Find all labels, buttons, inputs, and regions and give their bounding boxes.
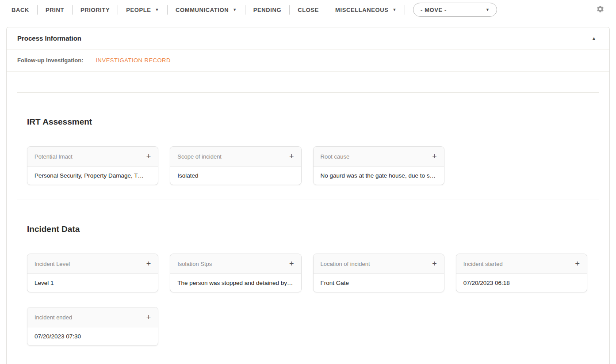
communication-label: COMMUNICATION	[176, 7, 229, 13]
chevron-down-icon: ▼	[155, 8, 160, 12]
card-value: 07/20/2023 06:18	[463, 280, 510, 286]
potential-impact-card: Potential Imact + Personal Security, Pro…	[27, 146, 158, 185]
irt-assessment-cards: Potential Imact + Personal Security, Pro…	[27, 146, 587, 185]
gear-icon	[596, 5, 605, 15]
followup-investigation-row: Follow-up Investigation: INVESTIGATION R…	[7, 49, 609, 72]
toolbar-separator	[37, 5, 38, 15]
card-value: 07/20/2023 07:30	[34, 333, 81, 340]
card-value: The person was stopped and detained by …	[177, 280, 294, 286]
card-label: Potential Imact	[34, 153, 73, 160]
card-body: The person was stopped and detained by …	[170, 274, 301, 292]
card-value: Isolated	[177, 172, 198, 179]
priority-label: PRIORITY	[80, 7, 110, 13]
card-body: Isolated	[170, 167, 301, 185]
miscellaneous-label: MISCELLANEOUS	[335, 7, 388, 13]
toolbar-separator	[72, 5, 73, 15]
back-button[interactable]: BACK	[11, 7, 29, 13]
close-label: CLOSE	[298, 7, 319, 13]
card-value: Front Gate	[321, 280, 349, 286]
scope-of-incident-card: Scope of incident + Isolated	[170, 146, 301, 185]
add-icon[interactable]: +	[432, 260, 437, 268]
card-header: Incident Level +	[27, 254, 158, 274]
chevron-down-icon: ▼	[486, 8, 490, 12]
card-label: Scope of incident	[177, 153, 222, 160]
card-header: Incident started +	[456, 254, 587, 274]
location-of-incident-card: Location of incident + Front Gate	[313, 254, 444, 292]
card-label: Isolation Stps	[177, 261, 212, 267]
card-body: Personal Security, Property Damage, T…	[27, 167, 158, 185]
print-button[interactable]: PRINT	[46, 7, 64, 13]
card-header: Scope of incident +	[170, 147, 301, 167]
add-icon[interactable]: +	[146, 152, 151, 160]
chevron-down-icon: ▼	[392, 8, 397, 12]
collapse-panel-button[interactable]: ▲	[592, 36, 596, 41]
card-value: Personal Security, Property Damage, T…	[34, 172, 144, 179]
move-select[interactable]: - MOVE - ▼	[413, 3, 497, 17]
card-header: Location of incident +	[314, 254, 444, 274]
add-icon[interactable]: +	[432, 152, 437, 160]
card-value: Level 1	[34, 280, 54, 286]
card-body: 07/20/2023 06:18	[456, 274, 587, 292]
chevron-up-icon: ▲	[592, 36, 596, 41]
card-label: Root cause	[321, 153, 350, 160]
action-toolbar: BACK PRINT PRIORITY PEOPLE ▼ COMMUNICATI…	[0, 0, 616, 19]
toolbar-separator	[327, 5, 327, 15]
card-body: Level 1	[27, 274, 158, 292]
priority-button[interactable]: PRIORITY	[80, 7, 110, 13]
card-label: Incident Level	[34, 261, 70, 267]
toolbar-separator	[405, 5, 405, 15]
incident-data-cards: Incident Level + Level 1 Isolation Stps …	[27, 254, 587, 292]
back-label: BACK	[11, 7, 29, 13]
empty-field-row	[17, 82, 599, 93]
card-label: Incident started	[463, 261, 503, 267]
add-icon[interactable]: +	[289, 260, 294, 268]
incident-started-card: Incident started + 07/20/2023 06:18	[456, 254, 587, 292]
isolation-steps-card: Isolation Stps + The person was stopped …	[170, 254, 301, 292]
card-label: Location of incident	[321, 261, 370, 267]
chevron-down-icon: ▼	[233, 8, 237, 12]
settings-button[interactable]	[596, 5, 605, 15]
section-divider	[17, 200, 599, 200]
move-select-value: - MOVE -	[421, 7, 447, 13]
miscellaneous-menu-button[interactable]: MISCELLANEOUS ▼	[335, 7, 397, 13]
close-button[interactable]: CLOSE	[298, 7, 319, 13]
incident-ended-card: Incident ended + 07/20/2023 07:30	[27, 307, 158, 346]
panel-header: Process Information ▲	[7, 27, 609, 49]
followup-investigation-label: Follow-up Investigation:	[17, 57, 84, 64]
toolbar-separator	[118, 5, 118, 15]
toolbar-separator	[245, 5, 245, 15]
card-body: No gaurd was at the gate house, due to s…	[314, 167, 444, 185]
card-header: Root cause +	[314, 147, 444, 167]
incident-data-cards-row2: Incident ended + 07/20/2023 07:30	[27, 307, 587, 346]
print-label: PRINT	[46, 7, 64, 13]
investigation-record-link[interactable]: INVESTIGATION RECORD	[96, 57, 171, 64]
add-icon[interactable]: +	[146, 260, 151, 268]
people-menu-button[interactable]: PEOPLE ▼	[126, 7, 159, 13]
communication-menu-button[interactable]: COMMUNICATION ▼	[176, 7, 237, 13]
process-information-panel: Process Information ▲ Follow-up Investig…	[6, 27, 610, 364]
incident-level-card: Incident Level + Level 1	[27, 254, 158, 292]
add-icon[interactable]: +	[146, 313, 151, 321]
pending-button[interactable]: PENDING	[253, 7, 281, 13]
root-cause-card: Root cause + No gaurd was at the gate ho…	[313, 146, 444, 185]
empty-field-row	[17, 72, 599, 82]
card-body: 07/20/2023 07:30	[27, 327, 158, 345]
pending-label: PENDING	[253, 7, 281, 13]
card-header: Incident ended +	[27, 307, 158, 327]
card-value: No gaurd was at the gate house, due to s…	[321, 172, 437, 179]
card-label: Incident ended	[34, 314, 72, 321]
card-body: Front Gate	[314, 274, 444, 292]
add-icon[interactable]: +	[575, 260, 580, 268]
panel-title: Process Information	[17, 34, 81, 42]
toolbar-separator	[289, 5, 290, 15]
card-header: Potential Imact +	[27, 147, 158, 167]
toolbar-separator	[167, 5, 168, 15]
irt-assessment-heading: IRT Assessment	[27, 117, 587, 127]
incident-data-heading: Incident Data	[27, 224, 587, 234]
card-header: Isolation Stps +	[170, 254, 301, 274]
people-label: PEOPLE	[126, 7, 151, 13]
add-icon[interactable]: +	[289, 152, 294, 160]
